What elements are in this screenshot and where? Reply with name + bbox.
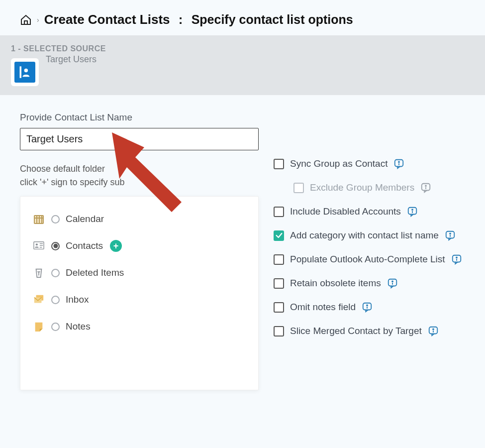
svg-point-25 — [450, 233, 451, 234]
option-label: Exclude Group Members — [310, 182, 414, 193]
option-label: Add category with contact list name — [290, 230, 439, 241]
folder-radio-notes[interactable] — [51, 323, 60, 331]
info-icon[interactable] — [393, 158, 404, 169]
svg-rect-0 — [20, 66, 22, 78]
checkbox-add-category[interactable] — [274, 230, 284, 241]
contact-book-icon — [14, 62, 35, 83]
checkbox-retain-obsolete[interactable] — [274, 278, 284, 289]
checkbox-omit-notes[interactable] — [274, 302, 284, 313]
folder-radio-inbox[interactable] — [51, 296, 60, 304]
folder-label: Contacts — [66, 240, 103, 251]
title-colon: : — [175, 12, 187, 27]
trash-icon — [32, 266, 45, 279]
option-include-disabled[interactable]: Include Disabled Accounts — [274, 200, 465, 224]
svg-point-28 — [456, 257, 457, 258]
svg-rect-30 — [388, 279, 396, 286]
svg-rect-18 — [422, 184, 430, 191]
breadcrumb-separator: › — [37, 16, 39, 24]
breadcrumb: › Create Contact Lists : Specify contact… — [0, 0, 485, 35]
svg-rect-36 — [429, 327, 437, 334]
svg-point-22 — [412, 209, 413, 210]
folder-label: Notes — [66, 321, 91, 332]
info-icon[interactable] — [387, 278, 398, 289]
info-icon[interactable] — [445, 230, 456, 241]
svg-rect-21 — [408, 208, 417, 215]
svg-point-19 — [425, 185, 426, 186]
folder-list: Calendar Conta — [20, 196, 259, 390]
svg-point-16 — [398, 161, 399, 162]
source-icon-container — [11, 58, 39, 86]
svg-rect-27 — [452, 255, 461, 262]
info-icon[interactable] — [407, 206, 418, 217]
info-icon[interactable] — [362, 302, 373, 313]
contact-card-icon — [32, 239, 45, 252]
info-icon[interactable] — [420, 182, 431, 193]
option-label: Populate Outlook Auto-Complete List — [290, 254, 445, 265]
checkbox-exclude-members — [293, 183, 304, 193]
svg-rect-24 — [446, 231, 455, 238]
folder-radio-calendar[interactable] — [51, 215, 60, 224]
info-icon[interactable] — [451, 254, 462, 265]
folder-help-text: Choose default folder click '+' sign to … — [20, 162, 259, 189]
option-exclude-members: Exclude Group Members — [274, 176, 465, 200]
folder-radio-deleted[interactable] — [51, 269, 60, 277]
folder-radio-contacts[interactable] — [51, 242, 60, 250]
svg-point-9 — [36, 243, 38, 245]
folder-item-calendar[interactable]: Calendar — [30, 206, 248, 232]
source-name: Target Users — [46, 54, 97, 65]
inbox-icon — [32, 293, 45, 306]
folder-item-notes[interactable]: Notes — [30, 313, 248, 340]
checkbox-populate-autocomplete[interactable] — [274, 254, 284, 265]
option-label: Include Disabled Accounts — [290, 206, 401, 217]
option-add-category[interactable]: Add category with contact list name — [274, 224, 465, 247]
svg-point-34 — [367, 305, 368, 306]
svg-rect-33 — [363, 303, 372, 310]
option-sync-group[interactable]: Sync Group as Contact — [274, 152, 465, 176]
folder-item-inbox[interactable]: Inbox — [30, 286, 248, 313]
info-icon[interactable] — [428, 326, 439, 336]
selected-source-bar: 1 - SELECTED SOURCE Target Users — [0, 35, 485, 95]
page-subtitle: Specify contact list options — [192, 12, 353, 27]
checkbox-sync-group[interactable] — [274, 159, 284, 169]
svg-point-31 — [392, 281, 393, 282]
page-title: Create Contact Lists — [44, 12, 170, 27]
option-label: Sync Group as Contact — [290, 158, 388, 169]
svg-rect-15 — [395, 160, 403, 167]
step-label: 1 - SELECTED SOURCE — [11, 44, 474, 53]
option-label: Slice Merged Contact by Target — [290, 326, 422, 336]
add-subfolder-button[interactable]: + — [110, 240, 122, 252]
option-slice-merged[interactable]: Slice Merged Contact by Target — [274, 319, 465, 343]
contact-list-name-input[interactable] — [20, 128, 259, 150]
option-label: Omit notes field — [290, 302, 356, 313]
folder-item-contacts[interactable]: Contacts + — [30, 232, 248, 259]
checkbox-slice-merged[interactable] — [274, 326, 284, 336]
folder-item-deleted[interactable]: Deleted Items — [30, 259, 248, 286]
option-omit-notes[interactable]: Omit notes field — [274, 295, 465, 319]
option-populate-autocomplete[interactable]: Populate Outlook Auto-Complete List — [274, 247, 465, 271]
folder-label: Inbox — [66, 294, 89, 305]
checkbox-include-disabled[interactable] — [274, 207, 284, 217]
svg-point-1 — [24, 69, 28, 72]
calendar-icon — [32, 213, 45, 225]
svg-point-37 — [433, 329, 434, 330]
options-list: Sync Group as Contact Exclude Group Memb… — [274, 152, 465, 390]
home-icon[interactable] — [20, 14, 32, 26]
folder-label: Deleted Items — [66, 267, 124, 278]
folder-label: Calendar — [66, 214, 104, 224]
option-label: Retain obsolete items — [290, 278, 381, 289]
notes-icon — [32, 320, 45, 333]
name-field-label: Provide Contact List Name — [20, 112, 259, 123]
option-retain-obsolete[interactable]: Retain obsolete items — [274, 271, 465, 295]
